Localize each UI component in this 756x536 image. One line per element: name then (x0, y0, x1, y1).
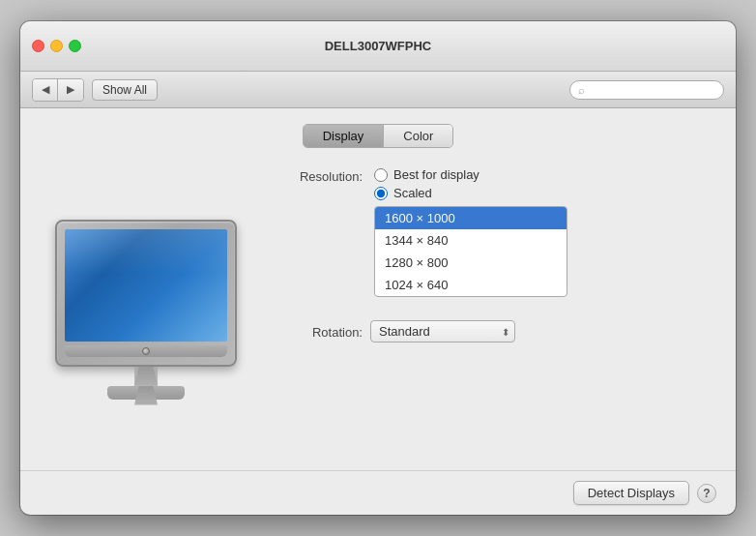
window-title: DELL3007WFPHC (325, 39, 432, 53)
show-all-button[interactable]: Show All (92, 79, 158, 101)
close-button[interactable] (32, 40, 44, 52)
detect-displays-button[interactable]: Detect Displays (573, 481, 689, 505)
best-for-display-radio[interactable] (374, 168, 388, 182)
resolution-item-1600[interactable]: 1600 × 1000 (375, 207, 567, 229)
monitor-neck (134, 367, 158, 386)
monitor-area (40, 164, 252, 455)
traffic-lights (32, 40, 81, 52)
resolution-list: 1600 × 1000 1344 × 840 1280 × 800 1024 ×… (374, 206, 567, 297)
main-window: DELL3007WFPHC ◀ ▶ Show All ⌕ Display Col… (20, 21, 736, 515)
scaled-radio[interactable] (374, 187, 388, 200)
monitor-illustration (55, 220, 237, 400)
resolution-label: Resolution: (276, 167, 363, 184)
maximize-button[interactable] (69, 40, 81, 52)
content-area: Display Color (20, 108, 736, 470)
tab-bar: Display Color (40, 124, 716, 148)
best-for-display-row: Best for display (374, 167, 567, 182)
resolution-item-1024[interactable]: 1024 × 640 (375, 274, 567, 296)
tab-color[interactable]: Color (384, 125, 452, 147)
rotation-label: Rotation: (276, 323, 363, 340)
resolution-row: Resolution: Best for display Scaled 1600… (276, 167, 716, 297)
monitor-outer (55, 220, 237, 367)
search-input[interactable] (589, 83, 715, 97)
tab-display[interactable]: Display (304, 125, 385, 147)
toolbar: ◀ ▶ Show All ⌕ (20, 72, 736, 108)
scaled-label: Scaled (393, 186, 432, 200)
monitor-bezel (65, 345, 227, 357)
help-button[interactable]: ? (697, 484, 716, 503)
monitor-screen (65, 229, 227, 342)
minimize-button[interactable] (50, 40, 63, 52)
rotation-select[interactable]: Standard 90° 180° 270° (370, 320, 515, 342)
main-panel: Resolution: Best for display Scaled 1600… (40, 164, 716, 455)
resolution-controls: Best for display Scaled 1600 × 1000 1344… (374, 167, 567, 297)
back-button[interactable]: ◀ (33, 79, 58, 101)
rotation-controls: Standard 90° 180° 270° ⬍ (370, 320, 515, 342)
forward-button[interactable]: ▶ (58, 79, 83, 101)
titlebar: DELL3007WFPHC (20, 21, 736, 72)
best-for-display-label: Best for display (393, 167, 480, 182)
footer: Detect Displays ? (20, 470, 736, 515)
search-box: ⌕ (569, 80, 724, 100)
rotation-select-wrapper: Standard 90° 180° 270° ⬍ (370, 320, 515, 342)
resolution-item-1280[interactable]: 1280 × 800 (375, 252, 567, 274)
settings-panel: Resolution: Best for display Scaled 1600… (276, 164, 716, 455)
monitor-power-button (142, 347, 150, 355)
rotation-row: Rotation: Standard 90° 180° 270° ⬍ (276, 320, 716, 342)
resolution-item-1344[interactable]: 1344 × 840 (375, 229, 567, 252)
search-icon: ⌕ (578, 84, 585, 96)
scaled-row: Scaled (374, 186, 567, 200)
tab-group: Display Color (303, 124, 454, 148)
nav-buttons: ◀ ▶ (32, 78, 84, 102)
